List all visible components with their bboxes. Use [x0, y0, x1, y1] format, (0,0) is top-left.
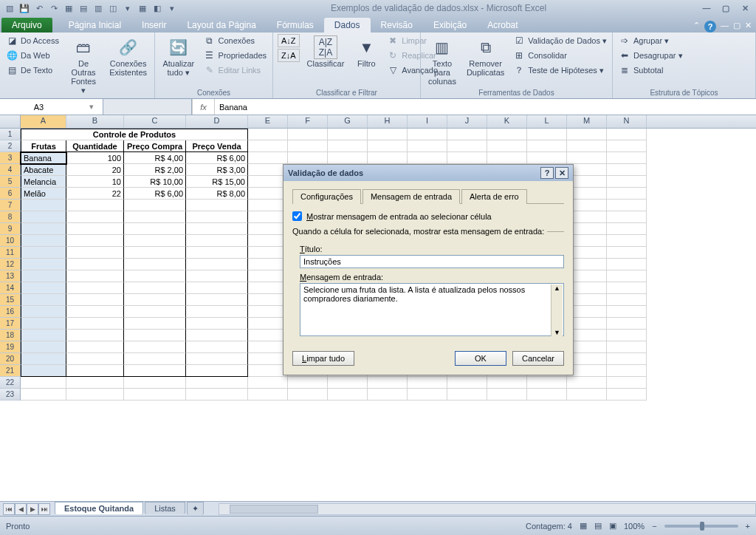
row-header[interactable]: 15 [0, 294, 21, 306]
cell[interactable] [607, 282, 647, 294]
cell[interactable] [368, 129, 408, 140]
cell[interactable] [567, 152, 607, 164]
cell[interactable] [124, 294, 186, 306]
cell[interactable] [248, 270, 288, 282]
cell[interactable] [607, 259, 647, 270]
cell[interactable] [21, 223, 66, 235]
column-header[interactable]: F [288, 115, 328, 128]
name-box-dropdown-icon[interactable]: ▾ [89, 102, 100, 112]
sheet-tab[interactable]: Listas [145, 502, 185, 514]
row-header[interactable]: 2 [0, 140, 21, 152]
row-header[interactable]: 8 [0, 211, 21, 223]
cell[interactable] [607, 247, 647, 259]
redo-icon[interactable]: ↷ [47, 1, 61, 15]
new-sheet-button[interactable]: ✦ [187, 502, 204, 515]
cell[interactable] [21, 200, 66, 211]
row-header[interactable]: 16 [0, 306, 21, 318]
cell[interactable] [21, 294, 66, 306]
workbook-minimize-icon[interactable]: — [721, 21, 729, 33]
qat-icon[interactable]: ▦ [136, 1, 149, 15]
cell[interactable]: Melancia [21, 176, 66, 188]
cell[interactable] [527, 140, 567, 152]
subtotal-button[interactable]: ≣Subtotal [617, 64, 684, 77]
cell[interactable] [124, 282, 186, 294]
cell[interactable] [66, 353, 124, 365]
cell[interactable]: 100 [66, 152, 124, 164]
cell[interactable] [607, 200, 647, 211]
cell[interactable] [186, 318, 248, 330]
cell[interactable] [567, 140, 607, 152]
cell[interactable]: Quantidade [66, 140, 124, 152]
cell[interactable] [527, 152, 567, 164]
tab-view[interactable]: Exibição [423, 18, 477, 33]
cell[interactable] [487, 377, 527, 389]
row-header[interactable]: 23 [0, 389, 21, 401]
view-layout-icon[interactable]: ▤ [594, 521, 602, 531]
cell[interactable]: Controle de Produtos [21, 129, 248, 140]
row-header[interactable]: 6 [0, 188, 21, 200]
cell[interactable] [447, 389, 487, 401]
edit-links-button[interactable]: ✎Editar Links [202, 64, 268, 77]
view-break-icon[interactable]: ▣ [609, 521, 616, 531]
tab-insert[interactable]: Inserir [131, 18, 176, 33]
cell[interactable] [248, 247, 288, 259]
cell[interactable] [21, 365, 66, 377]
dialog-help-icon[interactable]: ? [540, 167, 554, 179]
cell[interactable] [328, 377, 368, 389]
cell[interactable] [607, 140, 647, 152]
cell[interactable] [124, 200, 186, 211]
cell[interactable] [607, 365, 647, 377]
cell[interactable] [21, 235, 66, 247]
clear-all-button[interactable]: Limpar tudo [292, 351, 354, 366]
cell[interactable] [248, 259, 288, 270]
tab-layout[interactable]: Layout da Página [176, 18, 266, 33]
help-icon[interactable]: ? [704, 21, 716, 33]
cell[interactable] [21, 247, 66, 259]
from-web-button[interactable]: 🌐Da Web [4, 49, 61, 62]
cell[interactable]: R$ 2,00 [124, 164, 186, 176]
row-header[interactable]: 17 [0, 318, 21, 330]
row-header[interactable]: 7 [0, 200, 21, 211]
cell[interactable]: 22 [66, 188, 124, 200]
cell[interactable] [186, 247, 248, 259]
zoom-level[interactable]: 100% [624, 522, 645, 531]
cell[interactable] [124, 211, 186, 223]
remove-duplicates-button[interactable]: ⧉Remover Duplicatas [464, 34, 507, 78]
column-header[interactable]: A [21, 115, 66, 128]
cell[interactable] [124, 377, 186, 389]
minimize-ribbon-icon[interactable]: ⌃ [693, 21, 700, 33]
cell[interactable] [21, 282, 66, 294]
row-header[interactable]: 5 [0, 176, 21, 188]
sheet-tab-active[interactable]: Estoque Quitanda [55, 502, 143, 514]
cell[interactable] [487, 152, 527, 164]
sheet-nav-prev-icon[interactable]: ◀ [15, 503, 27, 515]
sort-button[interactable]: A|ZZ|AClassificar [304, 34, 348, 69]
other-sources-button[interactable]: 🗃De Outras Fontes ▾ [65, 34, 102, 97]
cell[interactable] [124, 247, 186, 259]
cell[interactable] [408, 152, 447, 164]
cell[interactable] [607, 152, 647, 164]
cell[interactable] [66, 235, 124, 247]
cell[interactable] [248, 200, 288, 211]
file-tab[interactable]: Arquivo [1, 18, 52, 33]
row-header[interactable]: 4 [0, 164, 21, 176]
sheet-nav-next-icon[interactable]: ▶ [27, 503, 38, 515]
cell[interactable] [408, 377, 447, 389]
cell[interactable] [124, 365, 186, 377]
qat-dropdown-icon[interactable]: ▾ [165, 1, 179, 15]
workbook-close-icon[interactable]: ✕ [745, 21, 752, 33]
row-header[interactable]: 20 [0, 353, 21, 365]
sheet-nav-first-icon[interactable]: ⏮ [3, 503, 15, 515]
row-header[interactable]: 1 [0, 129, 21, 140]
cell[interactable]: Banana▼ [21, 152, 66, 164]
cell[interactable] [66, 211, 124, 223]
cell[interactable] [447, 140, 487, 152]
name-box[interactable]: A3 ▾ [0, 99, 103, 115]
cell[interactable] [186, 341, 248, 353]
row-header[interactable]: 9 [0, 223, 21, 235]
sort-desc-icon[interactable]: Z↓A [278, 49, 300, 62]
cell[interactable] [21, 306, 66, 318]
cell[interactable] [368, 152, 408, 164]
cell[interactable] [248, 318, 288, 330]
row-header[interactable]: 22 [0, 377, 21, 389]
